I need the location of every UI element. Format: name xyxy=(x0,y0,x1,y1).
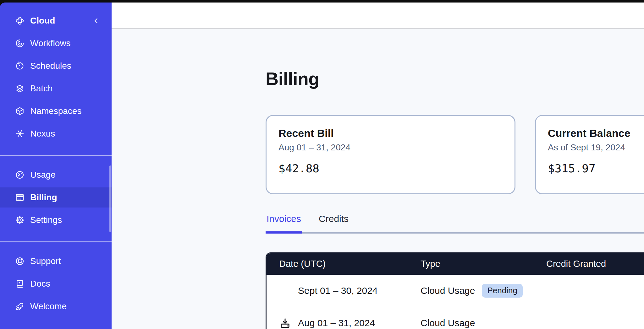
settings-icon xyxy=(15,215,25,225)
nexus-icon xyxy=(15,129,25,138)
current-balance-card: Current Balance As of Sept 19, 2024 $315… xyxy=(535,115,644,194)
sidebar-item-schedules[interactable]: Schedules xyxy=(0,56,112,76)
date-cell: Sept 01 – 30, 2024 xyxy=(267,285,408,297)
type-cell: Cloud Usage xyxy=(408,318,534,328)
docs-icon xyxy=(15,279,25,289)
top-bar xyxy=(112,3,644,29)
chevron-left-icon[interactable] xyxy=(92,17,100,25)
sidebar-divider xyxy=(0,241,112,242)
sidebar-item-label: Usage xyxy=(30,170,56,180)
invoice-type: Cloud Usage xyxy=(421,318,475,328)
sidebar-item-label: Settings xyxy=(30,215,62,225)
app-window: Cloud Workflows xyxy=(0,3,644,329)
usage-icon xyxy=(15,170,25,180)
sidebar-item-label: Nexus xyxy=(30,129,55,139)
sidebar-nav-middle: Usage Billing xyxy=(0,165,112,233)
main-area: Billing Recent Bill Aug 01 – 31, 2024 $4… xyxy=(112,3,644,329)
page-title: Billing xyxy=(266,69,644,89)
sidebar-item-billing[interactable]: Billing xyxy=(0,187,112,208)
tab-credits[interactable]: Credits xyxy=(318,213,350,232)
sidebar-item-batch[interactable]: Batch xyxy=(0,78,112,99)
sidebar-divider xyxy=(0,155,112,156)
card-date-range: Aug 01 – 31, 2024 xyxy=(278,143,503,153)
billing-summary-cards: Recent Bill Aug 01 – 31, 2024 $42.88 Cur… xyxy=(266,115,644,194)
billing-tabs: Invoices Credits xyxy=(266,213,644,234)
table-header-row: Date (UTC) Type Credit Granted xyxy=(267,253,644,275)
sidebar-item-namespaces[interactable]: Namespaces xyxy=(0,101,112,121)
status-badge: Pending xyxy=(482,284,522,298)
sidebar-item-welcome[interactable]: Welcome xyxy=(0,296,112,316)
sidebar-item-usage[interactable]: Usage xyxy=(0,165,112,185)
type-cell: Cloud Usage Pending xyxy=(408,284,534,298)
support-icon xyxy=(15,256,25,266)
date-cell: Aug 01 – 31, 2024 xyxy=(267,317,408,329)
table-row[interactable]: Aug 01 – 31, 2024 Cloud Usage xyxy=(267,307,644,329)
column-header-date: Date (UTC) xyxy=(267,259,408,269)
sidebar-scrollbar-thumb[interactable] xyxy=(109,165,111,232)
sidebar-item-label: Schedules xyxy=(30,61,71,71)
recent-bill-card: Recent Bill Aug 01 – 31, 2024 $42.88 xyxy=(266,115,515,194)
sidebar: Cloud Workflows xyxy=(0,3,112,329)
billing-icon xyxy=(15,193,25,202)
sidebar-item-settings[interactable]: Settings xyxy=(0,210,112,230)
content-area: Billing Recent Bill Aug 01 – 31, 2024 $4… xyxy=(112,29,644,329)
sidebar-brand: Cloud xyxy=(0,11,112,31)
sidebar-item-workflows[interactable]: Workflows xyxy=(0,33,112,53)
column-header-type: Type xyxy=(408,259,534,269)
welcome-rocket-icon xyxy=(15,302,25,311)
card-title: Current Balance xyxy=(548,127,644,139)
card-date-range: As of Sept 19, 2024 xyxy=(548,143,644,153)
sidebar-nav-bottom: Support Docs xyxy=(0,251,112,319)
sidebar-item-nexus[interactable]: Nexus xyxy=(0,124,112,144)
download-invoice-icon[interactable] xyxy=(279,317,291,329)
card-amount: $42.88 xyxy=(278,162,503,175)
workflows-icon xyxy=(15,39,25,48)
sidebar-item-label: Batch xyxy=(30,84,53,94)
schedules-icon xyxy=(15,61,25,71)
brand-label: Cloud xyxy=(30,16,55,26)
sidebar-item-docs[interactable]: Docs xyxy=(0,274,112,294)
temporal-logo-icon xyxy=(15,16,25,25)
batch-icon xyxy=(15,84,25,93)
invoice-date: Sept 01 – 30, 2024 xyxy=(298,285,378,296)
sidebar-item-label: Namespaces xyxy=(30,106,81,116)
sidebar-item-label: Support xyxy=(30,256,61,266)
namespaces-icon xyxy=(15,106,25,116)
sidebar-item-label: Billing xyxy=(30,192,57,202)
invoice-date: Aug 01 – 31, 2024 xyxy=(298,318,375,328)
sidebar-nav-top: Workflows Schedules xyxy=(0,33,112,146)
card-title: Recent Bill xyxy=(278,127,503,139)
sidebar-item-label: Welcome xyxy=(30,301,67,311)
card-amount: $315.97 xyxy=(548,162,644,175)
download-icon-slot-empty xyxy=(279,285,291,297)
sidebar-item-support[interactable]: Support xyxy=(0,251,112,271)
invoices-table: Date (UTC) Type Credit Granted Sept 01 –… xyxy=(266,252,644,329)
sidebar-item-label: Workflows xyxy=(30,38,71,48)
column-header-credit-granted: Credit Granted xyxy=(534,259,644,269)
tab-invoices[interactable]: Invoices xyxy=(266,213,302,234)
invoice-type: Cloud Usage xyxy=(421,285,475,296)
table-row[interactable]: Sept 01 – 30, 2024 Cloud Usage Pending xyxy=(267,275,644,307)
sidebar-item-label: Docs xyxy=(30,279,50,289)
